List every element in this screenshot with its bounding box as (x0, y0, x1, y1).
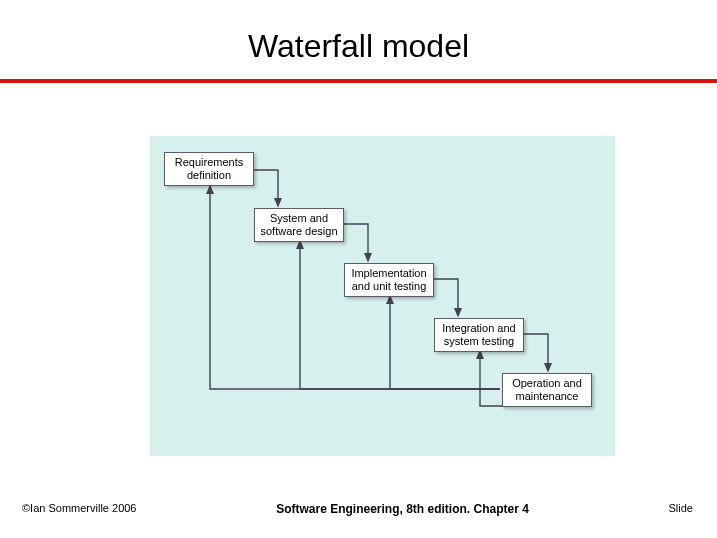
stage-line1: Implementation (351, 267, 426, 280)
waterfall-diagram: Requirements definition System and softw… (150, 136, 615, 456)
stage-box-implementation: Implementation and unit testing (344, 263, 434, 297)
footer-copyright: ©Ian Sommerville 2006 (22, 502, 137, 514)
stage-box-design: System and software design (254, 208, 344, 242)
stage-line1: Requirements (175, 156, 243, 169)
stage-line1: Integration and (442, 322, 515, 335)
footer-slide-label: Slide (669, 502, 693, 514)
footer-book-reference: Software Engineering, 8th edition. Chapt… (276, 502, 529, 516)
stage-line2: and unit testing (352, 280, 427, 293)
stage-box-integration: Integration and system testing (434, 318, 524, 352)
slide-footer: ©Ian Sommerville 2006 Software Engineeri… (0, 502, 717, 516)
stage-line1: Operation and (512, 377, 582, 390)
stage-line2: maintenance (516, 390, 579, 403)
stage-box-operation: Operation and maintenance (502, 373, 592, 407)
title-underline (0, 79, 717, 83)
stage-box-requirements: Requirements definition (164, 152, 254, 186)
stage-line1: System and (270, 212, 328, 225)
slide-title: Waterfall model (0, 0, 717, 79)
stage-line2: definition (187, 169, 231, 182)
stage-line2: software design (260, 225, 337, 238)
stage-line2: system testing (444, 335, 514, 348)
